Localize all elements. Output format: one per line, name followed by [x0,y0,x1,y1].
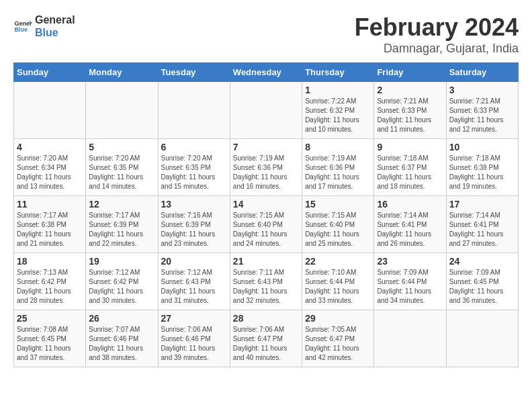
week-row-1: 1Sunrise: 7:22 AM Sunset: 6:32 PM Daylig… [14,82,519,139]
day-number: 20 [161,256,227,267]
calendar-cell: 5Sunrise: 7:20 AM Sunset: 6:35 PM Daylig… [86,139,158,196]
day-info: Sunrise: 7:06 AM Sunset: 6:47 PM Dayligh… [233,325,299,363]
calendar-cell: 28Sunrise: 7:06 AM Sunset: 6:47 PM Dayli… [230,310,302,367]
calendar-cell: 10Sunrise: 7:18 AM Sunset: 6:38 PM Dayli… [446,139,518,196]
calendar-cell: 12Sunrise: 7:17 AM Sunset: 6:39 PM Dayli… [86,196,158,253]
calendar-cell [230,82,302,139]
day-info: Sunrise: 7:20 AM Sunset: 6:35 PM Dayligh… [89,154,154,191]
header-day-monday: Monday [86,63,158,82]
logo: General Blue General Blue [13,13,75,39]
header-day-tuesday: Tuesday [158,63,230,82]
calendar-cell: 7Sunrise: 7:19 AM Sunset: 6:36 PM Daylig… [230,139,302,196]
day-number: 16 [377,199,443,210]
svg-text:Blue: Blue [14,27,28,34]
day-number: 26 [89,313,154,324]
day-number: 18 [17,256,83,267]
day-info: Sunrise: 7:15 AM Sunset: 6:40 PM Dayligh… [305,211,371,248]
day-info: Sunrise: 7:18 AM Sunset: 6:37 PM Dayligh… [377,154,443,191]
header-day-sunday: Sunday [14,63,86,82]
day-number: 10 [449,142,515,152]
calendar-cell: 26Sunrise: 7:07 AM Sunset: 6:46 PM Dayli… [86,310,158,367]
calendar-cell: 6Sunrise: 7:20 AM Sunset: 6:35 PM Daylig… [158,139,230,196]
day-info: Sunrise: 7:20 AM Sunset: 6:35 PM Dayligh… [161,154,227,191]
day-info: Sunrise: 7:14 AM Sunset: 6:41 PM Dayligh… [377,211,443,248]
calendar-cell [14,82,86,139]
day-info: Sunrise: 7:19 AM Sunset: 6:36 PM Dayligh… [233,154,299,191]
day-info: Sunrise: 7:21 AM Sunset: 6:33 PM Dayligh… [449,97,515,134]
calendar-cell: 22Sunrise: 7:10 AM Sunset: 6:44 PM Dayli… [302,253,374,310]
day-number: 21 [233,256,299,267]
calendar-cell: 29Sunrise: 7:05 AM Sunset: 6:47 PM Dayli… [302,310,374,367]
day-number: 29 [305,313,371,324]
calendar-subtitle: Damnagar, Gujarat, India [355,42,519,56]
calendar-cell: 14Sunrise: 7:15 AM Sunset: 6:40 PM Dayli… [230,196,302,253]
calendar-cell: 13Sunrise: 7:16 AM Sunset: 6:39 PM Dayli… [158,196,230,253]
calendar-cell: 16Sunrise: 7:14 AM Sunset: 6:41 PM Dayli… [374,196,446,253]
calendar-cell: 15Sunrise: 7:15 AM Sunset: 6:40 PM Dayli… [302,196,374,253]
day-info: Sunrise: 7:15 AM Sunset: 6:40 PM Dayligh… [233,211,299,248]
calendar-cell: 21Sunrise: 7:11 AM Sunset: 6:43 PM Dayli… [230,253,302,310]
day-number: 7 [233,142,299,152]
header-day-wednesday: Wednesday [230,63,302,82]
day-number: 8 [305,142,371,152]
day-info: Sunrise: 7:11 AM Sunset: 6:43 PM Dayligh… [233,268,299,306]
header-row: SundayMondayTuesdayWednesdayThursdayFrid… [14,63,519,82]
header-day-thursday: Thursday [302,63,374,82]
calendar-cell: 11Sunrise: 7:17 AM Sunset: 6:38 PM Dayli… [14,196,86,253]
calendar-cell [446,310,518,367]
week-row-4: 18Sunrise: 7:13 AM Sunset: 6:42 PM Dayli… [14,253,519,310]
calendar-cell: 4Sunrise: 7:20 AM Sunset: 6:34 PM Daylig… [14,139,86,196]
week-row-2: 4Sunrise: 7:20 AM Sunset: 6:34 PM Daylig… [14,139,519,196]
day-info: Sunrise: 7:22 AM Sunset: 6:32 PM Dayligh… [305,97,371,134]
day-number: 27 [161,313,227,324]
calendar-title: February 2024 [355,13,519,42]
day-info: Sunrise: 7:21 AM Sunset: 6:33 PM Dayligh… [377,97,443,134]
day-info: Sunrise: 7:07 AM Sunset: 6:46 PM Dayligh… [89,325,154,363]
day-number: 14 [233,199,299,210]
calendar-cell: 27Sunrise: 7:06 AM Sunset: 6:46 PM Dayli… [158,310,230,367]
calendar-cell: 23Sunrise: 7:09 AM Sunset: 6:44 PM Dayli… [374,253,446,310]
day-info: Sunrise: 7:06 AM Sunset: 6:46 PM Dayligh… [161,325,227,363]
day-number: 19 [89,256,154,267]
calendar-cell: 8Sunrise: 7:19 AM Sunset: 6:36 PM Daylig… [302,139,374,196]
day-info: Sunrise: 7:13 AM Sunset: 6:42 PM Dayligh… [17,268,83,306]
day-number: 9 [377,142,443,152]
calendar-cell: 3Sunrise: 7:21 AM Sunset: 6:33 PM Daylig… [446,82,518,139]
logo-line2: Blue [35,26,75,39]
header-day-friday: Friday [374,63,446,82]
day-info: Sunrise: 7:08 AM Sunset: 6:45 PM Dayligh… [17,325,83,363]
day-number: 23 [377,256,443,267]
day-info: Sunrise: 7:17 AM Sunset: 6:38 PM Dayligh… [17,211,83,248]
day-number: 3 [449,85,515,95]
day-info: Sunrise: 7:09 AM Sunset: 6:45 PM Dayligh… [449,268,515,306]
day-info: Sunrise: 7:12 AM Sunset: 6:43 PM Dayligh… [161,268,227,306]
calendar-cell: 24Sunrise: 7:09 AM Sunset: 6:45 PM Dayli… [446,253,518,310]
day-number: 24 [449,256,515,267]
calendar-cell: 19Sunrise: 7:12 AM Sunset: 6:42 PM Dayli… [86,253,158,310]
day-number: 11 [17,199,83,210]
page-header: General Blue General Blue February 2024 … [13,13,519,56]
day-number: 5 [89,142,154,152]
calendar-cell: 25Sunrise: 7:08 AM Sunset: 6:45 PM Dayli… [14,310,86,367]
day-number: 2 [377,85,443,95]
day-info: Sunrise: 7:09 AM Sunset: 6:44 PM Dayligh… [377,268,443,306]
day-number: 25 [17,313,83,324]
logo-line1: General [35,13,75,26]
day-info: Sunrise: 7:16 AM Sunset: 6:39 PM Dayligh… [161,211,227,248]
day-info: Sunrise: 7:17 AM Sunset: 6:39 PM Dayligh… [89,211,154,248]
calendar-cell: 18Sunrise: 7:13 AM Sunset: 6:42 PM Dayli… [14,253,86,310]
calendar-cell: 20Sunrise: 7:12 AM Sunset: 6:43 PM Dayli… [158,253,230,310]
day-number: 6 [161,142,227,152]
day-number: 4 [17,142,83,152]
calendar-cell [86,82,158,139]
day-number: 17 [449,199,515,210]
day-info: Sunrise: 7:14 AM Sunset: 6:41 PM Dayligh… [449,211,515,248]
day-number: 13 [161,199,227,210]
calendar-cell: 17Sunrise: 7:14 AM Sunset: 6:41 PM Dayli… [446,196,518,253]
logo-icon: General Blue [13,17,32,36]
calendar-cell [374,310,446,367]
calendar-cell: 9Sunrise: 7:18 AM Sunset: 6:37 PM Daylig… [374,139,446,196]
calendar-cell [158,82,230,139]
day-info: Sunrise: 7:10 AM Sunset: 6:44 PM Dayligh… [305,268,371,306]
header-day-saturday: Saturday [446,63,518,82]
